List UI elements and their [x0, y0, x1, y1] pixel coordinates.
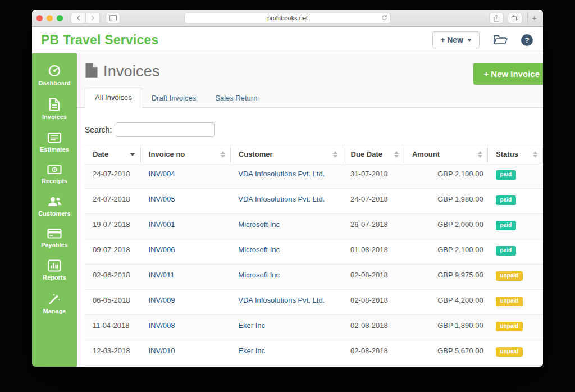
reload-icon[interactable]: [381, 15, 387, 22]
sidebar-item-label: Invoices: [42, 113, 67, 120]
cell-customer: Microsoft Inc: [230, 214, 343, 239]
invoice-link[interactable]: INV/010: [148, 347, 175, 355]
sidebar-item-payables[interactable]: Payables: [32, 224, 77, 253]
back-button[interactable]: [71, 13, 85, 24]
customer-link[interactable]: Eker Inc: [238, 347, 265, 355]
sidebar-item-dashboard[interactable]: Dashboard: [32, 60, 77, 91]
invoice-link[interactable]: INV/005: [148, 195, 175, 203]
column-header-date[interactable]: Date: [85, 145, 140, 163]
column-header-status[interactable]: Status: [488, 145, 543, 163]
sidebar-item-invoices[interactable]: Invoices: [32, 94, 77, 125]
table-row[interactable]: 24-07-2018 INV/004 VDA Infosolutions Pvt…: [85, 163, 543, 189]
cell-status: unpaid: [488, 340, 543, 366]
customer-link[interactable]: Eker Inc: [238, 321, 265, 330]
sidebar-item-reports[interactable]: Reports: [32, 256, 77, 285]
column-header-due-date[interactable]: Due Date: [343, 145, 404, 163]
table-row[interactable]: 09-07-2018 INV/006 Microsoft Inc 01-08-2…: [85, 239, 543, 265]
table-row[interactable]: 02-06-2018 INV/011 Microsoft Inc 02-08-2…: [85, 265, 543, 290]
close-window-button[interactable]: [36, 15, 43, 21]
invoice-link[interactable]: INV/004: [148, 170, 175, 178]
invoice-link[interactable]: INV/008: [148, 321, 175, 330]
customer-link[interactable]: Microsoft Inc: [238, 245, 280, 254]
tabs-icon: [512, 15, 518, 21]
browser-window: profitbooks.net + PB Travel Services: [32, 10, 543, 367]
documents-folder-button[interactable]: [493, 34, 508, 45]
customer-link[interactable]: Microsoft Inc: [238, 271, 280, 279]
cell-due-date: 02-08-2018: [343, 366, 404, 367]
table-row[interactable]: 12-03-2018 INV/010 Eker Inc 02-08-2018 G…: [85, 340, 543, 366]
table-row[interactable]: 24-07-2018 INV/005 VDA Infosolutions Pvt…: [85, 189, 543, 214]
cell-customer: VDA Infosolutions Pvt. Ltd.: [230, 163, 343, 189]
cell-date: 11-04-2018: [85, 315, 140, 340]
address-bar[interactable]: profitbooks.net: [184, 13, 391, 24]
cell-invoice-no: INV/006: [140, 239, 230, 265]
cell-status: paid: [488, 214, 543, 239]
sidebar-nav: Dashboard Invoices Estimates Receipts Cu…: [32, 53, 77, 367]
column-header-customer[interactable]: Customer: [230, 145, 343, 163]
cell-status: paid: [488, 163, 543, 189]
status-badge: unpaid: [496, 322, 523, 331]
status-badge: paid: [496, 221, 517, 230]
sort-desc-icon: [130, 153, 135, 156]
table-row[interactable]: 06-05-2018 INV/009 VDA Infosolutions Pvt…: [85, 290, 543, 315]
window-controls: [36, 15, 63, 21]
new-invoice-button[interactable]: + New Invoice: [473, 63, 543, 85]
tab-draft-invoices[interactable]: Draft Invoices: [142, 89, 206, 108]
status-badge: unpaid: [496, 347, 523, 357]
minimize-window-button[interactable]: [47, 15, 53, 21]
sidebar-item-receipts[interactable]: Receipts: [32, 160, 77, 189]
cell-due-date: 31-07-2018: [343, 163, 404, 189]
table-row[interactable]: 11-04-2018 INV/008 Eker Inc 02-08-2018 G…: [85, 315, 543, 340]
customer-link[interactable]: VDA Infosolutions Pvt. Ltd.: [238, 170, 325, 178]
invoice-link[interactable]: INV/009: [148, 296, 175, 304]
cell-status: paid: [488, 239, 543, 265]
cell-status: paid: [488, 366, 543, 367]
customer-link[interactable]: Microsoft Inc: [238, 220, 280, 229]
cell-status: paid: [488, 189, 543, 214]
table-body: 24-07-2018 INV/004 VDA Infosolutions Pvt…: [85, 163, 543, 367]
sidebar-item-label: Estimates: [40, 146, 69, 153]
sidebar-toggle-button[interactable]: [106, 13, 120, 24]
customer-link[interactable]: VDA Infosolutions Pvt. Ltd.: [238, 296, 325, 304]
tab-all-invoices[interactable]: All Invoices: [85, 88, 142, 108]
status-badge: paid: [496, 170, 517, 180]
cell-customer: VDA Infosolutions Pvt. Ltd.: [230, 366, 343, 367]
invoice-link[interactable]: INV/006: [148, 245, 175, 254]
customer-link[interactable]: VDA Infosolutions Pvt. Ltd.: [238, 195, 325, 203]
tab-sales-return[interactable]: Sales Return: [206, 89, 267, 108]
sort-both-icon: [221, 151, 225, 158]
new-tab-button[interactable]: +: [527, 12, 541, 24]
app-header: PB Travel Services + New ?: [32, 27, 543, 53]
reports-chart-icon: [48, 259, 61, 272]
page-title: Invoices: [103, 63, 160, 80]
share-button[interactable]: [489, 13, 504, 24]
search-label: Search:: [85, 125, 112, 134]
forward-button[interactable]: [85, 13, 100, 24]
cell-customer: Eker Inc: [230, 340, 343, 366]
cell-invoice-no: INV/005: [140, 189, 230, 214]
cell-customer: Microsoft Inc: [230, 265, 343, 290]
status-badge: paid: [496, 246, 517, 256]
sidebar-item-manage[interactable]: Manage: [32, 288, 77, 319]
cell-due-date: 01-08-2018: [343, 239, 404, 265]
cell-customer: Eker Inc: [230, 315, 343, 340]
tab-overview-button[interactable]: [508, 13, 522, 24]
column-header-amount[interactable]: Amount: [404, 145, 487, 163]
help-button[interactable]: ?: [521, 34, 533, 46]
new-dropdown-button[interactable]: + New: [432, 31, 480, 48]
sidebar-item-customers[interactable]: Customers: [32, 192, 77, 221]
sidebar-item-estimates[interactable]: Estimates: [32, 127, 77, 157]
cell-date: 12-03-2018: [85, 340, 140, 366]
column-header-invoice-no[interactable]: Invoice no: [140, 145, 230, 163]
chevron-right-icon: [91, 15, 95, 21]
sidebar-item-label: Manage: [43, 308, 66, 314]
cell-invoice-no: INV/009: [140, 290, 230, 315]
invoice-link[interactable]: INV/001: [148, 220, 175, 229]
search-input[interactable]: [116, 122, 215, 137]
zoom-window-button[interactable]: [57, 15, 63, 21]
table-row[interactable]: 05-02-2018 INV/007 VDA Infosolutions Pvt…: [85, 366, 543, 367]
cell-amount: GBP 2,100.00: [404, 163, 487, 189]
table-row[interactable]: 19-07-2018 INV/001 Microsoft Inc 26-07-2…: [85, 214, 543, 239]
invoice-link[interactable]: INV/011: [148, 271, 174, 279]
cell-amount: GBP 9,975.00: [404, 265, 487, 290]
